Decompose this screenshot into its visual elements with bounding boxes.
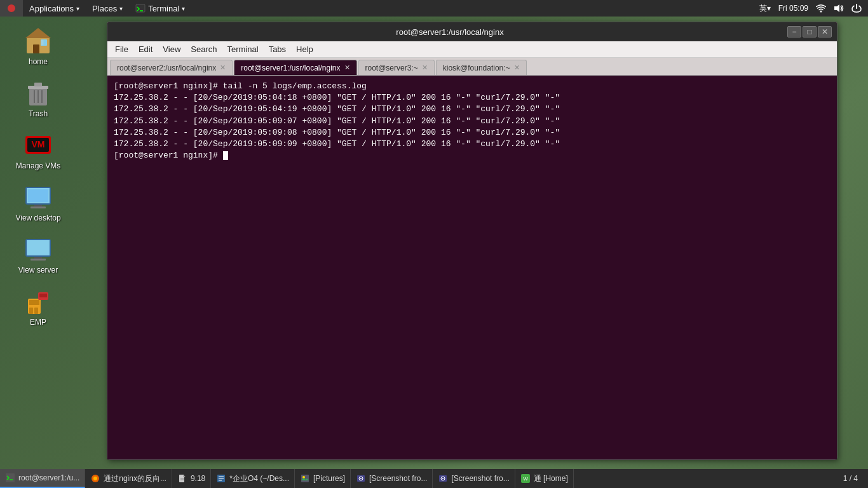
view-server-icon-label: View server: [18, 266, 58, 274]
svg-marker-6: [25, 28, 51, 38]
svg-rect-31: [39, 294, 47, 297]
svg-rect-45: [301, 475, 309, 482]
terminal-icon: [135, 3, 148, 14]
lang-arrow: ▾: [767, 4, 771, 13]
places-arrow: ▾: [119, 5, 123, 12]
applications-menu[interactable]: Applications ▾: [23, 0, 86, 17]
desktop: Applications ▾ Places ▾ Terminal ▾: [0, 0, 868, 488]
desktop-icon-view-desktop[interactable]: View desktop: [13, 179, 64, 225]
menu-help[interactable]: Help: [291, 43, 318, 55]
svg-rect-34: [6, 473, 15, 482]
taskbar-screenshot1[interactable]: [Screenshot fro...: [351, 469, 433, 488]
volume-icon[interactable]: [830, 0, 848, 17]
menu-terminal[interactable]: Terminal: [222, 43, 264, 55]
menu-tabs[interactable]: Tabs: [264, 43, 291, 55]
svg-rect-25: [27, 240, 50, 255]
taskbar-terminal-icon: [5, 473, 15, 483]
svg-rect-33: [34, 308, 38, 314]
minimize-button[interactable]: −: [787, 26, 801, 37]
emp-icon: [23, 286, 53, 316]
svg-rect-7: [33, 44, 39, 53]
svg-rect-12: [34, 83, 42, 86]
desktop-icon-view-server[interactable]: View server: [13, 231, 64, 277]
terminal-title: root@server1:/usr/local/nginx: [112, 27, 787, 37]
svg-point-49: [360, 478, 362, 479]
svg-text:VM: VM: [32, 139, 45, 149]
applications-arrow: ▾: [76, 5, 79, 12]
terminal-content[interactable]: [root@server1 nginx]# tail -n 5 logs/emp…: [107, 76, 837, 459]
menu-search[interactable]: Search: [186, 43, 222, 55]
svg-point-0: [8, 4, 15, 12]
language-indicator[interactable]: 英 ▾: [756, 0, 775, 17]
desktop-icon-manage-vms[interactable]: VM Manage VMs: [13, 127, 64, 173]
terminal-arrow: ▾: [182, 5, 185, 12]
terminal-tab-1[interactable]: root@server2:/usr/local/nginx ✕: [110, 60, 233, 75]
tab-close-3[interactable]: ✕: [422, 64, 428, 71]
desktop-icons: home Trash VM: [13, 23, 64, 329]
terminal-tab-3[interactable]: root@server3:~ ✕: [358, 60, 435, 75]
svg-point-52: [442, 478, 444, 479]
desktop-icon-emp[interactable]: EMP: [13, 283, 64, 329]
wifi-icon[interactable]: [812, 0, 830, 17]
taskbar-firefox[interactable]: 通过nginx的反向...: [85, 469, 172, 488]
taskbar-weixin-icon: W: [520, 473, 531, 484]
terminal-menu[interactable]: Terminal ▾: [129, 0, 191, 17]
taskbar-screenshot2[interactable]: [Screenshot fro...: [433, 469, 515, 488]
taskbar: root@server1:/u... 通过nginx的反向... 9.18: [0, 469, 868, 488]
taskbar-terminal[interactable]: root@server1:/u...: [0, 469, 85, 488]
svg-text:W: W: [523, 476, 528, 482]
system-indicator: [0, 0, 23, 17]
taskbar-editor-icon: [216, 473, 226, 484]
taskbar-firefox-icon: [90, 473, 100, 484]
emp-icon-label: EMP: [30, 318, 46, 327]
view-desktop-icon-label: View desktop: [15, 214, 60, 222]
taskbar-file[interactable]: 9.18: [172, 469, 211, 488]
top-panel-left: Applications ▾ Places ▾ Terminal ▾: [0, 0, 191, 17]
taskbar-right: 1 / 4: [838, 474, 868, 483]
clock[interactable]: Fri 05:09: [775, 0, 812, 17]
top-panel-right: 英 ▾ Fri 05:09: [756, 0, 868, 17]
menu-view[interactable]: View: [158, 43, 186, 55]
terminal-tabs: root@server2:/usr/local/nginx ✕ root@ser…: [107, 58, 837, 76]
tab-close-1[interactable]: ✕: [220, 64, 226, 71]
view-desktop-icon: [23, 182, 53, 212]
taskbar-pictures-icon: [300, 473, 310, 484]
desktop-icon-trash[interactable]: Trash: [13, 75, 64, 121]
menu-edit[interactable]: Edit: [133, 43, 158, 55]
taskbar-screenshot2-icon: [438, 473, 448, 484]
svg-point-37: [93, 477, 97, 480]
tab-close-4[interactable]: ✕: [514, 64, 520, 71]
page-indicator: 1 / 4: [838, 474, 863, 483]
places-menu[interactable]: Places ▾: [86, 0, 129, 17]
manage-vms-icon-label: Manage VMs: [16, 161, 61, 170]
taskbar-file-icon: [177, 473, 187, 484]
view-server-icon: [23, 234, 53, 264]
power-icon[interactable]: [848, 0, 865, 17]
taskbar-editor[interactable]: *企业O4 (~/Des...: [211, 469, 295, 488]
svg-rect-9: [41, 40, 44, 45]
home-icon: [23, 25, 53, 56]
svg-point-3: [820, 11, 822, 13]
menu-file[interactable]: File: [110, 43, 133, 55]
terminal-window-controls: − □ ✕: [787, 26, 832, 37]
svg-rect-27: [31, 259, 46, 261]
maximize-button[interactable]: □: [803, 26, 817, 37]
terminal-window: root@server1:/usr/local/nginx − □ ✕ File…: [107, 22, 837, 460]
home-icon-label: home: [29, 57, 48, 66]
terminal-tab-2[interactable]: root@server1:/usr/local/nginx ✕: [234, 60, 356, 75]
terminal-tab-4[interactable]: kiosk@foundation:~ ✕: [436, 60, 527, 75]
terminal-menubar: File Edit View Search Terminal Tabs Help: [107, 41, 837, 58]
svg-rect-32: [29, 308, 33, 314]
close-button[interactable]: ✕: [818, 26, 832, 37]
desktop-icon-home[interactable]: home: [13, 23, 64, 69]
top-panel: Applications ▾ Places ▾ Terminal ▾: [0, 0, 868, 17]
taskbar-weixin[interactable]: W 通 [Home]: [515, 469, 574, 488]
trash-icon: [23, 78, 53, 108]
manage-vms-icon: VM: [23, 130, 53, 160]
trash-icon-label: Trash: [29, 109, 48, 118]
svg-rect-22: [31, 207, 46, 208]
taskbar-pictures[interactable]: [Pictures]: [295, 469, 351, 488]
tab-close-2[interactable]: ✕: [344, 64, 350, 71]
terminal-title-bar: root@server1:/usr/local/nginx − □ ✕: [107, 22, 837, 41]
svg-rect-23: [28, 189, 48, 202]
